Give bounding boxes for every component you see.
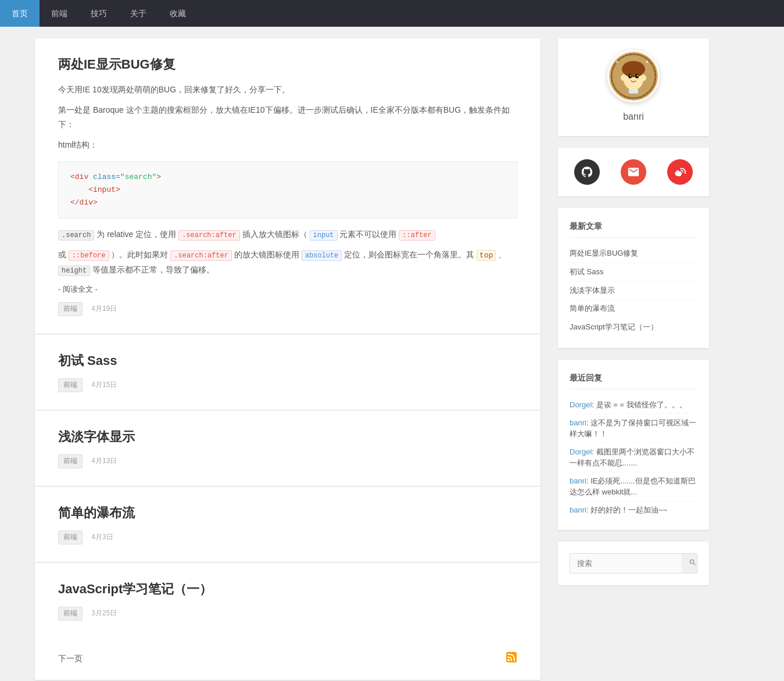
weibo-link[interactable] (667, 159, 693, 185)
article-link[interactable]: 初试 Sass (570, 267, 604, 276)
commenter-name: banri (570, 418, 586, 427)
list-item: 两处IE显示BUG修复 (570, 245, 697, 263)
article-date: 4月15日 (91, 379, 117, 390)
recent-articles-list: 两处IE显示BUG修复 初试 Sass 浅淡字体显示 简单的瀑布流 JavaSc… (570, 245, 697, 336)
read-more-link[interactable]: - 阅读全文 - (58, 284, 517, 296)
profile-card: ★ ★ (558, 38, 709, 136)
code-block: <div class="search"> <input> </div> (58, 162, 517, 218)
nav-item-about[interactable]: 关于 (119, 0, 158, 27)
article-intro: 今天用IE 10发现两处萌萌的BUG，回来修复了好久，分享一下。 (58, 83, 517, 97)
nav-item-bookmarks[interactable]: 收藏 (158, 0, 198, 27)
nav-item-home[interactable]: 首页 (0, 0, 40, 27)
article-tag[interactable]: 前端 (58, 531, 83, 544)
article-date: 4月19日 (91, 303, 117, 314)
avatar: ★ ★ (607, 50, 660, 102)
list-item: 初试 Sass (570, 263, 697, 282)
svg-point-6 (622, 61, 645, 77)
article-title[interactable]: 初试 Sass (58, 352, 517, 370)
commenter-name: Dorgel (570, 400, 592, 409)
recent-comments-title: 最近回复 (570, 371, 697, 389)
article-desc: .search 为 relative 定位，使用 .search:after 插… (58, 227, 517, 242)
comment-text: 好的好的！一起加油~~ (590, 506, 667, 514)
article-meta: 前端 · 4月19日 (58, 302, 517, 316)
main-column: 两处IE显示BUG修复 今天用IE 10发现两处萌萌的BUG，回来修复了好久，分… (35, 38, 540, 680)
commenter-name: Dorgel (570, 447, 592, 456)
nav-item-tips[interactable]: 技巧 (79, 0, 119, 27)
article-meta: 前端 · 4月13日 (58, 454, 517, 468)
article-title[interactable]: JavaScript学习笔记（一） (58, 580, 517, 598)
svg-point-1 (507, 659, 510, 661)
inline-after: ::after (399, 230, 435, 241)
svg-point-10 (637, 75, 638, 76)
content-area: 两处IE显示BUG修复 今天用IE 10发现两处萌萌的BUG，回来修复了好久，分… (0, 27, 784, 681)
article-date: 4月3日 (91, 532, 113, 543)
inline-search: .search (58, 230, 94, 241)
svg-point-12 (642, 75, 646, 81)
github-link[interactable] (574, 159, 600, 185)
list-item: 简单的瀑布流 (570, 300, 697, 318)
inline-search-after-2: .search:after (170, 250, 232, 261)
article-card: JavaScript学习笔记（一） 前端 · 3月25日 (35, 563, 540, 638)
article-link[interactable]: 两处IE显示BUG修复 (570, 249, 638, 257)
article-link[interactable]: 浅淡字体显示 (570, 286, 615, 295)
inline-height: height (58, 266, 90, 276)
recent-articles-section: 最新文章 两处IE显示BUG修复 初试 Sass 浅淡字体显示 简单的瀑布流 J… (558, 208, 709, 348)
article-title[interactable]: 两处IE显示BUG修复 (58, 56, 517, 74)
article-title[interactable]: 简单的瀑布流 (58, 504, 517, 522)
comment-text: 是诶 = = 我错怪你了。。。 (596, 400, 687, 409)
article-card: 简单的瀑布流 前端 · 4月3日 (35, 487, 540, 562)
article-card: 浅淡字体显示 前端 · 4月13日 (35, 411, 540, 486)
email-link[interactable] (621, 159, 646, 185)
recent-comments-section: 最近回复 Dorgel: 是诶 = = 我错怪你了。。。 banri: 这不是为… (558, 360, 709, 530)
article-tag[interactable]: 前端 (58, 607, 83, 620)
comment-item: banri: 好的好的！一起加油~~ (570, 501, 697, 519)
article-link[interactable]: 简单的瀑布流 (570, 304, 615, 313)
recent-articles-title: 最新文章 (570, 220, 697, 238)
social-links (558, 148, 709, 196)
article-link[interactable]: JavaScript学习笔记（一） (570, 322, 658, 331)
comment-text: 这不是为了保持窗口可视区域一样大嘛！！ (570, 418, 696, 439)
search-box (570, 553, 697, 574)
sidebar: ★ ★ (558, 38, 709, 680)
search-input[interactable] (570, 554, 682, 573)
article-title[interactable]: 浅淡字体显示 (58, 428, 517, 446)
article-tag[interactable]: 前端 (58, 302, 83, 316)
article-card: 初试 Sass 前端 · 4月15日 (35, 335, 540, 410)
search-section (558, 542, 709, 585)
article-tag[interactable]: 前端 (58, 378, 83, 392)
next-page-link[interactable]: 下一页 (58, 652, 83, 665)
inline-top: top (477, 250, 496, 261)
list-item: 浅淡字体显示 (570, 282, 697, 300)
svg-text:★: ★ (645, 59, 649, 64)
article-tag[interactable]: 前端 (58, 454, 83, 468)
svg-rect-13 (629, 89, 638, 94)
svg-point-11 (621, 75, 625, 81)
article-title-link[interactable]: 初试 Sass (58, 353, 117, 368)
articles-container: 两处IE显示BUG修复 今天用IE 10发现两处萌萌的BUG，回来修复了好久，分… (35, 38, 540, 638)
profile-name: banri (623, 109, 644, 124)
comment-item: banri: IE必须死.......但是也不知道斯巴达怎么样 webkit就.… (570, 472, 697, 501)
article-desc-2: 或 ::before ）。此时如果对 .search:after 的放大镜图标使… (58, 248, 517, 277)
article-title-link[interactable]: JavaScript学习笔记（一） (58, 582, 212, 596)
article-title-link[interactable]: 两处IE显示BUG修复 (58, 57, 176, 71)
commenter-name: banri (570, 476, 586, 485)
article-card: 两处IE显示BUG修复 今天用IE 10发现两处萌萌的BUG，回来修复了好久，分… (35, 38, 540, 334)
nav-item-frontend[interactable]: 前端 (40, 0, 79, 27)
comment-item: banri: 这不是为了保持窗口可视区域一样大嘛！！ (570, 414, 697, 443)
svg-point-7 (628, 74, 632, 78)
svg-point-8 (635, 74, 639, 78)
code-input-tag: <input> (88, 185, 120, 194)
code-tag: <div (70, 173, 88, 181)
article-meta: 前端 · 3月25日 (58, 607, 517, 620)
inline-absolute: absolute (302, 250, 342, 261)
article-meta: 前端 · 4月15日 (58, 378, 517, 392)
article-date: 3月25日 (91, 608, 117, 619)
article-date: 4月13日 (91, 456, 117, 467)
inline-search-after: .search:after (178, 230, 240, 241)
svg-point-9 (630, 75, 631, 76)
html-label: html结构： (58, 138, 517, 152)
article-title-link[interactable]: 简单的瀑布流 (58, 506, 135, 520)
rss-icon[interactable] (506, 650, 517, 668)
article-title-link[interactable]: 浅淡字体显示 (58, 429, 135, 444)
search-button[interactable] (682, 554, 697, 573)
